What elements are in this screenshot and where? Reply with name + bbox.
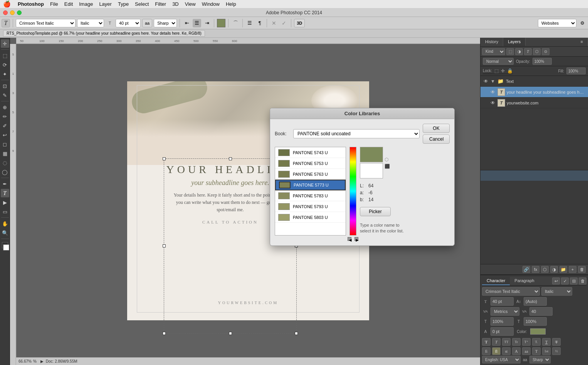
handle-mid-left[interactable]	[163, 244, 166, 247]
font-style-select[interactable]: Italic	[77, 19, 104, 27]
shape-tool[interactable]: ▭	[1, 207, 9, 216]
menu-image[interactable]: Image	[76, 1, 96, 7]
char-oldstyle-btn[interactable]: st	[502, 347, 511, 355]
pantone-5773[interactable]: PANTONE 5773 U	[275, 180, 346, 190]
handle-top-left[interactable]	[163, 157, 166, 160]
char-ligature-fl-btn[interactable]: fl	[492, 347, 501, 355]
eyedropper-tool[interactable]: ✎	[1, 91, 9, 99]
char-underline-btn[interactable]: T	[542, 338, 551, 346]
ok-button[interactable]: OK	[423, 124, 450, 133]
link-layers-btn[interactable]: 🔗	[522, 266, 530, 273]
pen-tool[interactable]: ✒	[1, 180, 9, 188]
char-sharp-btn[interactable]: T	[532, 347, 541, 355]
book-select[interactable]: PANTONE solid uncoated	[293, 129, 420, 138]
hand-tool[interactable]: ✋	[1, 219, 9, 228]
tab-paragraph[interactable]: Paragraph	[510, 277, 539, 285]
tracking-select[interactable]: Metrics	[491, 307, 519, 316]
paragraph-panel-icon[interactable]: ¶	[255, 19, 264, 27]
align-left-icon[interactable]: ⇤	[183, 19, 191, 27]
filter-shape-btn[interactable]: ⬡	[533, 48, 541, 55]
filter-type-select[interactable]: Kind	[482, 48, 505, 55]
menu-help[interactable]: Help	[223, 1, 239, 7]
handle-bot-mid[interactable]	[229, 332, 232, 335]
new-layer-btn[interactable]: +	[569, 266, 576, 273]
maximize-button[interactable]	[17, 10, 22, 15]
char-superscript2-btn[interactable]: 1st	[542, 347, 551, 355]
char-allcaps-btn[interactable]: TT	[502, 338, 511, 346]
char-contextalt-btn[interactable]: aa	[522, 347, 531, 355]
antialiasing-select[interactable]: Sharp	[154, 19, 177, 27]
menu-window[interactable]: Window	[199, 1, 223, 7]
char-color-swatch[interactable]	[530, 328, 546, 335]
font-size-input[interactable]	[491, 297, 514, 306]
menu-type[interactable]: Type	[115, 1, 132, 7]
filter-text-btn[interactable]: T	[524, 48, 532, 55]
eraser-tool[interactable]: ◻	[1, 140, 9, 148]
pantone-5793[interactable]: PANTONE 5793 U	[275, 201, 346, 212]
char-discretionary-btn[interactable]: A	[512, 347, 521, 355]
char-font-style-select[interactable]: Italic	[541, 287, 572, 296]
char-font-family-select[interactable]: Crimson Text Italic	[482, 287, 540, 296]
char-subscript-btn[interactable]: T.	[532, 338, 541, 346]
character-panel-icon[interactable]: ☰	[245, 19, 254, 27]
layer-highlight-item[interactable]	[480, 170, 588, 181]
menu-select[interactable]: Select	[132, 1, 152, 7]
layer-group-text[interactable]: 👁 ▼ 📁 Text	[480, 76, 588, 87]
char-antialiasing-select[interactable]: Sharp	[529, 356, 551, 363]
warp-text-icon[interactable]: ⌒	[231, 19, 240, 27]
handle-bot-right[interactable]	[295, 332, 298, 335]
char-smallcaps-btn[interactable]: Tr	[512, 338, 521, 346]
filter-adjust-btn[interactable]: ◑	[515, 48, 523, 55]
blend-mode-select[interactable]: Normal	[483, 58, 514, 65]
menu-photoshop[interactable]: Photoshop	[15, 1, 47, 7]
layer-visibility-website[interactable]: 👁	[490, 100, 496, 106]
menu-edit[interactable]: Edit	[61, 1, 76, 7]
quick-select-tool[interactable]: ✦	[1, 70, 9, 78]
pantone-5743[interactable]: PANTONE 5743 U	[275, 147, 346, 158]
align-center-icon[interactable]: ☰	[193, 19, 201, 27]
add-adjustment-btn[interactable]: ◑	[550, 266, 558, 273]
lasso-tool[interactable]: ⟳	[1, 61, 9, 69]
char-ligature-fi-btn[interactable]: fi	[482, 347, 491, 355]
spectrum-arrow-left[interactable]: ◄	[348, 237, 351, 241]
healing-brush-tool[interactable]: ⊕	[1, 103, 9, 111]
layer-visibility-text-group[interactable]: 👁	[483, 78, 489, 84]
cancel-button[interactable]: Cancel	[423, 135, 450, 144]
zoom-tool[interactable]: 🔍	[1, 229, 9, 237]
close-button[interactable]	[3, 10, 8, 15]
panel-menu-icon[interactable]: ≡	[576, 38, 588, 46]
font-family-select[interactable]: Crimson Text Italic	[16, 19, 76, 27]
document-tab[interactable]: RTS_PhotoshopTemplate.psd @ 66.7% (your …	[3, 30, 205, 37]
align-right-icon[interactable]: ⇥	[203, 19, 211, 27]
menu-layer[interactable]: Layer	[96, 1, 115, 7]
pantone-color-list[interactable]: PANTONE 5743 U PANTONE 5753 U PANTONE 57…	[275, 147, 346, 235]
move-tool[interactable]: ✛	[1, 39, 9, 48]
workspace-icon[interactable]: ⚙	[578, 19, 586, 27]
confirm-text-icon[interactable]: ✓	[280, 19, 288, 27]
scale-h-input[interactable]	[491, 317, 514, 326]
blur-tool[interactable]: ◌	[1, 158, 9, 167]
color-spectrum-bar[interactable]	[349, 147, 356, 235]
char-strikethrough-btn[interactable]: T	[552, 338, 561, 346]
kerning-input[interactable]	[529, 307, 553, 316]
brush-tool[interactable]: ✏	[1, 112, 9, 121]
layer-website[interactable]: 👁 T yourwebsite.com	[480, 98, 588, 108]
char-fraction-btn[interactable]: ½	[552, 347, 561, 355]
pantone-5783[interactable]: PANTONE 5783 U	[275, 190, 346, 201]
delete-layer-btn[interactable]: 🗑	[578, 266, 586, 273]
char-language-select[interactable]: English: USA	[482, 356, 521, 363]
char-bold-btn[interactable]: T	[482, 338, 491, 346]
layer-headline[interactable]: 👁 T your headline your subheadline goes …	[480, 87, 588, 98]
char-italic-btn[interactable]: T	[492, 338, 501, 346]
apple-menu[interactable]: 🍎	[3, 0, 11, 8]
tab-character[interactable]: Character	[482, 277, 510, 285]
pantone-5763[interactable]: PANTONE 5763 U	[275, 169, 346, 180]
workspace-select[interactable]: Websites	[538, 19, 576, 27]
char-trash-btn[interactable]: 🗑	[579, 278, 586, 284]
menu-filter[interactable]: Filter	[152, 1, 169, 7]
lock-all-icon[interactable]: 🔒	[507, 68, 513, 74]
char-superscript-btn[interactable]: T⁺	[522, 338, 531, 346]
handle-top-mid[interactable]	[229, 157, 232, 160]
menu-view[interactable]: View	[182, 1, 199, 7]
new-group-btn[interactable]: 📁	[559, 266, 567, 273]
